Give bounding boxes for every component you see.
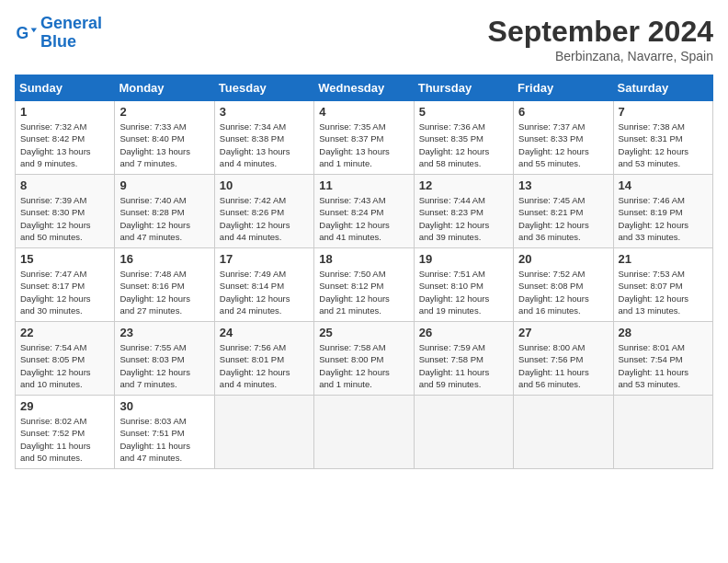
day-number: 25 xyxy=(319,326,408,339)
calendar-cell: 23Sunrise: 7:55 AM Sunset: 8:03 PM Dayli… xyxy=(115,322,214,396)
day-number: 9 xyxy=(119,178,209,192)
day-number: 5 xyxy=(419,105,508,119)
calendar-cell: 11Sunrise: 7:43 AM Sunset: 8:24 PM Dayli… xyxy=(314,175,414,248)
day-number: 18 xyxy=(319,252,408,266)
day-number: 8 xyxy=(20,178,109,192)
day-info: Sunrise: 7:43 AM Sunset: 8:24 PM Dayligh… xyxy=(319,194,408,243)
day-number: 4 xyxy=(319,105,408,119)
day-number: 26 xyxy=(419,326,508,339)
day-number: 28 xyxy=(619,326,708,339)
calendar-cell xyxy=(514,396,613,469)
location: Berbinzana, Navarre, Spain xyxy=(488,49,713,63)
calendar-cell xyxy=(414,396,513,469)
day-number: 21 xyxy=(619,252,708,266)
calendar-cell: 4Sunrise: 7:35 AM Sunset: 8:37 PM Daylig… xyxy=(314,101,414,175)
calendar-cell: 29Sunrise: 8:02 AM Sunset: 7:52 PM Dayli… xyxy=(16,396,115,469)
calendar-cell: 28Sunrise: 8:01 AM Sunset: 7:54 PM Dayli… xyxy=(613,322,712,396)
day-info: Sunrise: 7:35 AM Sunset: 8:37 PM Dayligh… xyxy=(319,121,408,169)
day-info: Sunrise: 7:45 AM Sunset: 8:21 PM Dayligh… xyxy=(518,194,608,243)
title-area: September 2024 Berbinzana, Navarre, Spai… xyxy=(488,15,713,63)
logo-blue: Blue xyxy=(40,32,76,51)
day-info: Sunrise: 7:50 AM Sunset: 8:12 PM Dayligh… xyxy=(319,268,408,316)
calendar-cell: 18Sunrise: 7:50 AM Sunset: 8:12 PM Dayli… xyxy=(314,248,414,322)
calendar-cell: 10Sunrise: 7:42 AM Sunset: 8:26 PM Dayli… xyxy=(214,175,313,248)
day-number: 7 xyxy=(619,105,708,119)
day-info: Sunrise: 7:42 AM Sunset: 8:26 PM Dayligh… xyxy=(220,194,309,243)
header-row: SundayMondayTuesdayWednesdayThursdayFrid… xyxy=(16,75,713,101)
day-number: 19 xyxy=(419,252,508,266)
day-number: 23 xyxy=(119,326,209,339)
column-header-wednesday: Wednesday xyxy=(314,75,414,101)
logo: G General Blue xyxy=(15,15,102,52)
page-header: G General Blue September 2024 Berbinzana… xyxy=(15,15,713,63)
column-header-tuesday: Tuesday xyxy=(214,75,313,101)
calendar-cell: 26Sunrise: 7:59 AM Sunset: 7:58 PM Dayli… xyxy=(414,322,513,396)
calendar-header: SundayMondayTuesdayWednesdayThursdayFrid… xyxy=(16,75,713,101)
week-row-2: 8Sunrise: 7:39 AM Sunset: 8:30 PM Daylig… xyxy=(16,175,713,248)
calendar-cell: 21Sunrise: 7:53 AM Sunset: 8:07 PM Dayli… xyxy=(613,248,712,322)
day-info: Sunrise: 7:58 AM Sunset: 8:00 PM Dayligh… xyxy=(319,341,408,390)
calendar-cell: 24Sunrise: 7:56 AM Sunset: 8:01 PM Dayli… xyxy=(214,322,313,396)
calendar-cell: 5Sunrise: 7:36 AM Sunset: 8:35 PM Daylig… xyxy=(414,101,513,175)
day-info: Sunrise: 7:51 AM Sunset: 8:10 PM Dayligh… xyxy=(419,268,508,316)
day-number: 1 xyxy=(20,105,109,119)
calendar-cell: 25Sunrise: 7:58 AM Sunset: 8:00 PM Dayli… xyxy=(314,322,414,396)
day-info: Sunrise: 7:59 AM Sunset: 7:58 PM Dayligh… xyxy=(419,341,508,390)
day-number: 3 xyxy=(220,105,309,119)
day-info: Sunrise: 7:32 AM Sunset: 8:42 PM Dayligh… xyxy=(20,121,109,169)
calendar-cell: 6Sunrise: 7:37 AM Sunset: 8:33 PM Daylig… xyxy=(514,101,613,175)
day-number: 12 xyxy=(419,178,508,192)
day-info: Sunrise: 7:56 AM Sunset: 8:01 PM Dayligh… xyxy=(220,341,309,390)
calendar-cell: 27Sunrise: 8:00 AM Sunset: 7:56 PM Dayli… xyxy=(514,322,613,396)
day-number: 17 xyxy=(220,252,309,266)
calendar-cell xyxy=(214,396,313,469)
day-info: Sunrise: 7:55 AM Sunset: 8:03 PM Dayligh… xyxy=(119,341,209,390)
week-row-1: 1Sunrise: 7:32 AM Sunset: 8:42 PM Daylig… xyxy=(16,101,713,175)
day-number: 29 xyxy=(20,399,109,413)
calendar-cell xyxy=(613,396,712,469)
day-info: Sunrise: 7:34 AM Sunset: 8:38 PM Dayligh… xyxy=(220,121,309,169)
day-number: 24 xyxy=(220,326,309,339)
svg-marker-1 xyxy=(31,28,37,32)
calendar-cell: 7Sunrise: 7:38 AM Sunset: 8:31 PM Daylig… xyxy=(613,101,712,175)
calendar-cell: 14Sunrise: 7:46 AM Sunset: 8:19 PM Dayli… xyxy=(613,175,712,248)
calendar-cell: 22Sunrise: 7:54 AM Sunset: 8:05 PM Dayli… xyxy=(16,322,115,396)
calendar-cell: 8Sunrise: 7:39 AM Sunset: 8:30 PM Daylig… xyxy=(16,175,115,248)
day-info: Sunrise: 7:49 AM Sunset: 8:14 PM Dayligh… xyxy=(220,268,309,316)
day-info: Sunrise: 7:40 AM Sunset: 8:28 PM Dayligh… xyxy=(119,194,209,243)
day-number: 6 xyxy=(518,105,608,119)
day-info: Sunrise: 7:33 AM Sunset: 8:40 PM Dayligh… xyxy=(119,121,209,169)
day-info: Sunrise: 7:38 AM Sunset: 8:31 PM Dayligh… xyxy=(619,121,708,169)
day-info: Sunrise: 7:44 AM Sunset: 8:23 PM Dayligh… xyxy=(419,194,508,243)
logo-text: General Blue xyxy=(40,15,102,52)
day-info: Sunrise: 7:54 AM Sunset: 8:05 PM Dayligh… xyxy=(20,341,109,390)
column-header-thursday: Thursday xyxy=(414,75,513,101)
day-number: 14 xyxy=(619,178,708,192)
calendar-cell: 13Sunrise: 7:45 AM Sunset: 8:21 PM Dayli… xyxy=(514,175,613,248)
column-header-sunday: Sunday xyxy=(16,75,115,101)
calendar-cell: 16Sunrise: 7:48 AM Sunset: 8:16 PM Dayli… xyxy=(115,248,214,322)
week-row-4: 22Sunrise: 7:54 AM Sunset: 8:05 PM Dayli… xyxy=(16,322,713,396)
day-info: Sunrise: 8:01 AM Sunset: 7:54 PM Dayligh… xyxy=(619,341,708,390)
calendar-cell: 2Sunrise: 7:33 AM Sunset: 8:40 PM Daylig… xyxy=(115,101,214,175)
month-title: September 2024 xyxy=(488,15,713,49)
calendar-cell: 17Sunrise: 7:49 AM Sunset: 8:14 PM Dayli… xyxy=(214,248,313,322)
column-header-saturday: Saturday xyxy=(613,75,712,101)
logo-general: General xyxy=(40,14,102,32)
day-number: 10 xyxy=(220,178,309,192)
day-number: 20 xyxy=(518,252,608,266)
day-info: Sunrise: 8:02 AM Sunset: 7:52 PM Dayligh… xyxy=(20,415,109,464)
day-number: 11 xyxy=(319,178,408,192)
week-row-5: 29Sunrise: 8:02 AM Sunset: 7:52 PM Dayli… xyxy=(16,396,713,469)
day-info: Sunrise: 7:46 AM Sunset: 8:19 PM Dayligh… xyxy=(619,194,708,243)
calendar-table: SundayMondayTuesdayWednesdayThursdayFrid… xyxy=(15,75,713,469)
calendar-cell xyxy=(314,396,414,469)
day-info: Sunrise: 8:00 AM Sunset: 7:56 PM Dayligh… xyxy=(518,341,608,390)
day-info: Sunrise: 7:48 AM Sunset: 8:16 PM Dayligh… xyxy=(119,268,209,316)
day-number: 27 xyxy=(518,326,608,339)
day-number: 30 xyxy=(119,399,209,413)
day-info: Sunrise: 7:36 AM Sunset: 8:35 PM Dayligh… xyxy=(419,121,508,169)
calendar-cell: 30Sunrise: 8:03 AM Sunset: 7:51 PM Dayli… xyxy=(115,396,214,469)
column-header-friday: Friday xyxy=(514,75,613,101)
calendar-cell: 3Sunrise: 7:34 AM Sunset: 8:38 PM Daylig… xyxy=(214,101,313,175)
